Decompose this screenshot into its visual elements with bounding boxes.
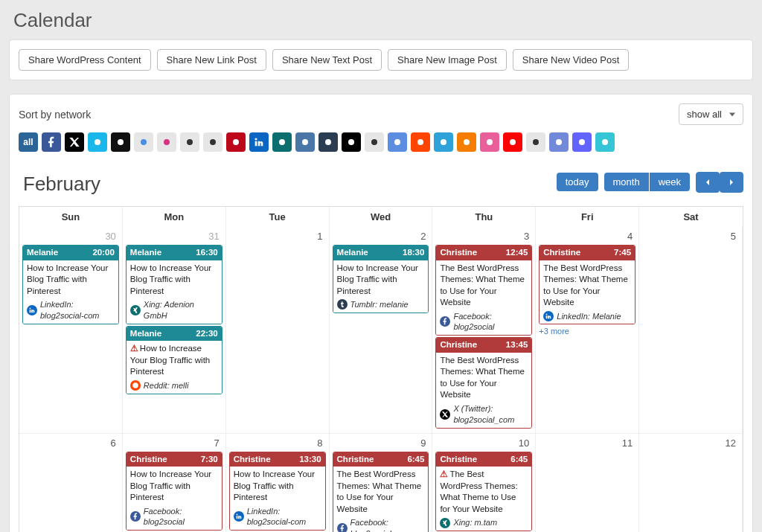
event-time: 18:30 bbox=[403, 247, 424, 259]
share-wordpress-button[interactable]: Share WordPress Content bbox=[19, 49, 151, 71]
event-title: How to Increase Your Blog Traffic with P… bbox=[337, 263, 425, 298]
calendar-cell[interactable]: 6 bbox=[19, 434, 123, 532]
event-network-label: Facebook: blog2social bbox=[453, 311, 528, 333]
today-button[interactable]: today bbox=[557, 173, 598, 191]
share-text-button[interactable]: Share New Text Post bbox=[272, 49, 382, 71]
calendar-event[interactable]: Christine7:45The Best WordPress Themes: … bbox=[539, 245, 635, 324]
month-view-button[interactable]: month bbox=[604, 173, 649, 191]
show-all-label: show all bbox=[687, 109, 722, 120]
calendar-cell[interactable]: 2Melanie18:30How to Increase Your Blog T… bbox=[330, 227, 433, 434]
share-link-button[interactable]: Share New Link Post bbox=[157, 49, 266, 71]
event-title: How to Increase Your Blog Traffic with P… bbox=[130, 469, 218, 504]
network-icon bbox=[27, 305, 37, 315]
sort-by-network-label: Sort by network bbox=[19, 109, 91, 121]
event-time: 16:30 bbox=[196, 247, 217, 259]
calendar-event[interactable]: Christine12:45The Best WordPress Themes:… bbox=[435, 245, 532, 336]
share-video-button[interactable]: Share New Video Post bbox=[513, 49, 630, 71]
calendar-event[interactable]: Christine7:30How to Increase Your Blog T… bbox=[126, 452, 222, 531]
network-filter-medium[interactable] bbox=[342, 132, 361, 152]
network-filter-x-twitter[interactable] bbox=[65, 132, 84, 152]
network-filter-blogger[interactable] bbox=[457, 132, 476, 152]
calendar-cell[interactable]: 30Melanie20:00How to Increase Your Blog … bbox=[19, 227, 123, 434]
event-time: 22:30 bbox=[196, 328, 217, 340]
network-filter-threads[interactable] bbox=[180, 132, 199, 152]
week-view-button[interactable]: week bbox=[650, 173, 690, 191]
calendar-event[interactable]: Melanie20:00How to Increase Your Blog Tr… bbox=[22, 245, 119, 324]
calendar-cell[interactable]: 7Christine7:30How to Increase Your Blog … bbox=[123, 434, 226, 532]
network-filter-ravelry[interactable] bbox=[480, 132, 499, 152]
network-icon bbox=[440, 409, 450, 420]
network-filter-reddit[interactable] bbox=[411, 132, 430, 152]
event-time: 7:45 bbox=[614, 247, 631, 259]
network-filter-tumblr[interactable] bbox=[318, 132, 338, 152]
network-filter-diaspora[interactable] bbox=[388, 132, 407, 152]
calendar-cell[interactable]: 8Christine13:30How to Increase Your Blog… bbox=[226, 434, 330, 532]
event-title: ⚠How to Increase Your Blog Traffic with … bbox=[130, 343, 218, 378]
network-filter-vk[interactable] bbox=[295, 132, 315, 152]
event-time: 6:45 bbox=[407, 454, 424, 466]
network-filter-instagram[interactable] bbox=[157, 132, 176, 152]
event-network-label: Facebook: blog2social bbox=[350, 517, 425, 532]
event-network-label: LinkedIn: Melanie bbox=[557, 311, 621, 322]
calendar-event[interactable]: Christine13:45The Best WordPress Themes:… bbox=[435, 337, 532, 428]
event-time: 12:45 bbox=[506, 247, 528, 259]
more-events-link[interactable]: +3 more bbox=[539, 327, 569, 336]
calendar-event[interactable]: Christine13:30How to Increase Your Blog … bbox=[229, 452, 326, 531]
event-time: 6:45 bbox=[510, 454, 528, 466]
calendar-cell[interactable]: 9Christine6:45The Best WordPress Themes:… bbox=[330, 434, 433, 532]
calendar-cell[interactable]: 10Christine6:45⚠The Best WordPress Theme… bbox=[432, 434, 536, 532]
calendar-cell[interactable]: 31Melanie16:30How to Increase Your Blog … bbox=[123, 227, 226, 434]
network-filter-facebook[interactable] bbox=[42, 132, 61, 152]
next-button[interactable] bbox=[720, 172, 743, 193]
network-icon bbox=[543, 311, 554, 321]
event-author: Christine bbox=[234, 454, 271, 466]
calendar-cell[interactable]: 11 bbox=[536, 434, 639, 532]
network-icon bbox=[234, 511, 244, 522]
network-filter-icons: all bbox=[19, 132, 743, 152]
calendar-grid: SunMonTueWedThuFriSat 30Melanie20:00How … bbox=[19, 206, 743, 532]
network-filter-xing[interactable] bbox=[272, 132, 292, 152]
network-filter-mastodon[interactable] bbox=[572, 132, 592, 152]
calendar-event[interactable]: Melanie18:30How to Increase Your Blog Tr… bbox=[333, 245, 429, 313]
prev-button[interactable] bbox=[696, 172, 720, 193]
network-icon bbox=[130, 511, 141, 522]
event-author: Melanie bbox=[130, 328, 161, 340]
network-filter-app1[interactable] bbox=[203, 132, 222, 152]
calendar-event[interactable]: Christine6:45The Best WordPress Themes: … bbox=[333, 452, 429, 532]
event-network-label: Facebook: blog2social bbox=[144, 506, 218, 528]
network-filter-butterfly[interactable] bbox=[134, 132, 153, 152]
dayheader-sun: Sun bbox=[19, 207, 123, 227]
calendar-event[interactable]: Christine6:45⚠The Best WordPress Themes:… bbox=[435, 452, 532, 531]
network-filter-tiktok[interactable] bbox=[111, 132, 130, 152]
calendar-cell[interactable]: 4Christine7:45The Best WordPress Themes:… bbox=[536, 227, 639, 434]
network-icon bbox=[440, 316, 450, 327]
dayheader-wed: Wed bbox=[330, 207, 433, 227]
network-filter-app2[interactable] bbox=[595, 132, 615, 152]
calendar-cell[interactable]: 3Christine12:45The Best WordPress Themes… bbox=[432, 227, 536, 434]
share-image-button[interactable]: Share New Image Post bbox=[388, 49, 507, 71]
network-filter-vimeo[interactable] bbox=[88, 132, 107, 152]
show-all-dropdown[interactable]: show all bbox=[679, 103, 743, 125]
network-filter-linkedin[interactable] bbox=[249, 132, 269, 152]
event-network-label: Reddit: melli bbox=[144, 380, 189, 391]
calendar-event[interactable]: Melanie22:30⚠How to Increase Your Blog T… bbox=[126, 326, 222, 394]
calendar-cell[interactable]: 5 bbox=[639, 227, 743, 434]
day-number: 7 bbox=[126, 436, 222, 450]
network-filter-pinterest[interactable] bbox=[226, 132, 246, 152]
calendar-cell[interactable]: 1 bbox=[226, 227, 330, 434]
network-filter-all[interactable]: all bbox=[19, 132, 38, 152]
calendar-event[interactable]: Melanie16:30How to Increase Your Blog Tr… bbox=[126, 245, 222, 324]
network-filter-telegram[interactable] bbox=[434, 132, 453, 152]
event-time: 13:45 bbox=[506, 339, 528, 351]
dayheader-thu: Thu bbox=[432, 207, 536, 227]
event-network-label: Xing: Adenion GmbH bbox=[144, 299, 218, 321]
event-author: Christine bbox=[440, 339, 477, 351]
view-toggle: month week bbox=[604, 173, 691, 191]
network-filter-instapaper[interactable] bbox=[526, 132, 545, 152]
network-filter-youtube[interactable] bbox=[503, 132, 522, 152]
network-filter-flickr[interactable] bbox=[365, 132, 384, 152]
calendar-cell[interactable]: 12 bbox=[639, 434, 743, 532]
event-title: ⚠The Best WordPress Themes: What Theme t… bbox=[440, 469, 528, 515]
network-filter-discord[interactable] bbox=[549, 132, 569, 152]
dayheader-tue: Tue bbox=[226, 207, 330, 227]
